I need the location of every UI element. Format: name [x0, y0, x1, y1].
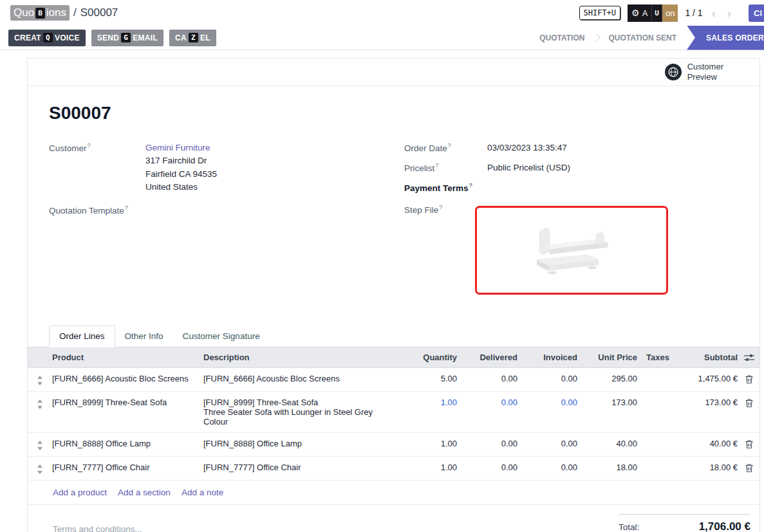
cell-delivered[interactable]: 0.00	[457, 374, 517, 383]
cell-delivered[interactable]: 0.00	[457, 398, 517, 407]
send-email-button[interactable]: SEND G EMAIL	[91, 30, 163, 46]
cell-product[interactable]: [FURN_8888] Office Lamp	[52, 439, 203, 448]
sheet-footer: Terms and conditions... Total: 1,706.00 …	[49, 514, 738, 532]
cell-quantity[interactable]: 5.00	[399, 374, 457, 383]
pager-next-button[interactable]: ›	[725, 6, 733, 19]
cancel-label-pre: CA	[175, 33, 187, 42]
header-subtotal[interactable]: Subtotal	[667, 353, 738, 362]
cell-description[interactable]: [FURN_8999] Three-Seat Sofa Three Seater…	[203, 398, 399, 427]
cell-unit-price[interactable]: 295.00	[577, 374, 637, 383]
cell-invoiced[interactable]: 0.00	[517, 463, 577, 472]
cell-quantity[interactable]: 1.00	[399, 398, 457, 407]
cell-subtotal: 1,475.00 €	[667, 374, 738, 383]
status-step-sales-order-active[interactable]: SALES ORDER	[687, 26, 764, 50]
cell-unit-price[interactable]: 40.00	[577, 439, 637, 448]
cancel-button[interactable]: CA Z EL	[169, 30, 216, 46]
header-product[interactable]: Product	[52, 353, 203, 362]
action-label-pre: A	[642, 8, 648, 18]
status-step-quotation[interactable]: QUOTATION	[529, 33, 595, 42]
step-file-field-row: Step File?	[404, 203, 738, 295]
form-sheet: Customer Preview S00007 Customer? Gemini…	[27, 58, 760, 532]
add-a-product-link[interactable]: Add a product	[53, 488, 107, 497]
help-icon: ?	[439, 204, 442, 210]
help-icon: ?	[435, 162, 438, 169]
drag-handle-icon[interactable]	[37, 399, 43, 409]
header-invoiced[interactable]: Invoiced	[517, 353, 577, 362]
cell-description[interactable]: [FURN_8888] Office Lamp	[203, 439, 399, 448]
fields-right-column: Order Date? 03/03/2023 13:35:47 Pricelis…	[404, 142, 738, 301]
drag-handle-icon[interactable]	[37, 464, 43, 474]
cell-description[interactable]: [FURN_7777] Office Chair	[203, 463, 399, 472]
add-a-section-link[interactable]: Add a section	[118, 488, 171, 497]
topbar-right-tools: SHIFT+U ⚙ A U on 1 / 1 ‹ ›	[579, 5, 764, 22]
cell-delivered[interactable]: 0.00	[457, 463, 517, 472]
cell-product[interactable]: [FURN_8999] Three-Seat Sofa	[52, 398, 203, 407]
customer-preview-strip: Customer Preview	[28, 59, 759, 86]
customer-value-link[interactable]: Gemini Furniture	[145, 143, 210, 152]
header-quantity[interactable]: Quantity	[399, 353, 457, 362]
help-icon: ?	[125, 205, 128, 211]
payment-terms-field-row: Payment Terms?	[404, 181, 738, 195]
cell-subtotal: 18.00 €	[667, 463, 738, 472]
tab-customer-signature[interactable]: Customer Signature	[173, 326, 270, 347]
delete-row-icon[interactable]	[745, 374, 754, 384]
cell-invoiced[interactable]: 0.00	[517, 398, 577, 407]
customer-value-block: Gemini Furniture 317 Fairchild Dr Fairfi…	[145, 142, 217, 194]
cell-description[interactable]: [FURN_6666] Acoustic Bloc Screens	[203, 374, 399, 383]
drag-handle-icon[interactable]	[37, 441, 43, 450]
table-row[interactable]: [FURN_8999] Three-Seat Sofa [FURN_8999] …	[28, 392, 759, 433]
table-row[interactable]: [FURN_7777] Office Chair [FURN_7777] Off…	[28, 457, 759, 481]
pager-counter: 1 / 1	[685, 8, 702, 18]
quotation-template-label: Quotation Template?	[49, 204, 145, 217]
step-file-image-widget[interactable]	[475, 206, 668, 295]
control-panel: CREAT Q VOICE SEND G EMAIL CA Z EL QUOTA…	[0, 26, 764, 50]
pricelist-value[interactable]: Public Pricelist (USD)	[487, 161, 570, 174]
cell-product[interactable]: [FURN_7777] Office Chair	[52, 463, 203, 472]
cell-product[interactable]: [FURN_6666] Acoustic Bloc Screens	[52, 374, 203, 383]
breadcrumb-current: S00007	[80, 6, 118, 19]
sheet-body: S00007 Customer? Gemini Furniture 317 Fa…	[28, 86, 759, 532]
customer-preview-line2: Preview	[687, 72, 723, 82]
cell-invoiced[interactable]: 0.00	[517, 374, 577, 383]
terms-and-conditions-placeholder[interactable]: Terms and conditions...	[53, 514, 142, 532]
action-menu-gear: ⚙ A	[628, 5, 651, 22]
tab-order-lines[interactable]: Order Lines	[49, 326, 115, 347]
breadcrumb-quotations-link[interactable]: Quo B ions	[10, 5, 70, 21]
cell-quantity[interactable]: 1.00	[399, 463, 457, 472]
pager-previous-button[interactable]: ‹	[710, 6, 718, 19]
action-menu-button[interactable]: ⚙ A U on	[628, 5, 678, 22]
delete-row-icon[interactable]	[745, 463, 754, 473]
cell-invoiced[interactable]: 0.00	[517, 439, 577, 448]
cell-subtotal: 40.00 €	[667, 439, 738, 448]
header-delivered[interactable]: Delivered	[457, 353, 517, 362]
delete-row-icon[interactable]	[745, 398, 754, 408]
gear-icon: ⚙	[631, 8, 640, 17]
breadcrumb: Quo B ions / S00007	[10, 5, 118, 21]
drag-handle-icon[interactable]	[37, 376, 43, 385]
customer-preview-link[interactable]: Customer Preview	[687, 62, 723, 83]
delete-row-icon[interactable]	[745, 439, 754, 449]
status-step-quotation-sent[interactable]: QUOTATION SENT	[598, 33, 687, 42]
chevron-left-icon: ‹	[712, 6, 716, 20]
clipped-edge-button[interactable]: Cl	[749, 5, 764, 22]
header-unit-price[interactable]: Unit Price	[577, 353, 637, 362]
customer-label: Customer?	[49, 142, 145, 155]
cell-delivered[interactable]: 0.00	[457, 439, 517, 448]
hint-badge-cancel: Z	[189, 33, 198, 42]
add-a-note-link[interactable]: Add a note	[182, 488, 223, 497]
order-date-value[interactable]: 03/03/2023 13:35:47	[487, 142, 567, 154]
cell-quantity[interactable]: 1.00	[399, 439, 457, 448]
header-taxes[interactable]: Taxes	[637, 353, 667, 362]
table-row[interactable]: [FURN_8888] Office Lamp [FURN_8888] Offi…	[28, 433, 759, 457]
help-icon: ?	[448, 142, 451, 149]
customer-address-line2: Fairfield CA 94535	[145, 168, 217, 181]
cell-unit-price[interactable]: 18.00	[577, 463, 637, 472]
cell-unit-price[interactable]: 173.00	[577, 398, 637, 407]
header-description[interactable]: Description	[203, 353, 399, 362]
help-icon: ?	[469, 182, 473, 188]
optional-columns-icon[interactable]	[744, 354, 754, 362]
create-invoice-button[interactable]: CREAT Q VOICE	[8, 30, 86, 46]
table-row[interactable]: [FURN_6666] Acoustic Bloc Screens [FURN_…	[28, 368, 759, 392]
hint-badge-send-email: G	[121, 33, 131, 42]
tab-other-info[interactable]: Other Info	[115, 326, 173, 347]
